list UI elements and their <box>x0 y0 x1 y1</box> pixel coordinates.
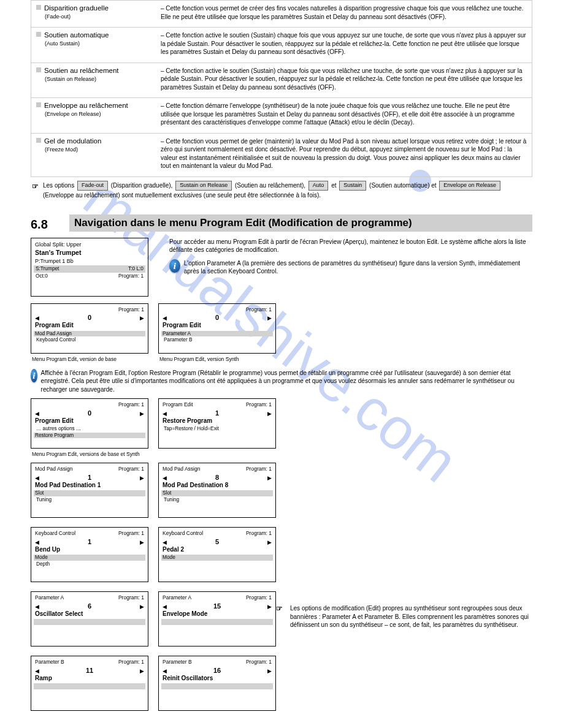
hand-icon: ☞ <box>32 181 40 192</box>
note-exclusive: ☞ Les options Fade-out (Disparition grad… <box>32 181 532 200</box>
note-parameters: ☞ Les options de modification (Edit) pro… <box>276 604 532 629</box>
panel-restore-confirm: Program EditProgram: 1 1 Restore Program… <box>158 398 276 449</box>
panel-program-edit-synth: Program: 1 0 Program Edit Parameter A Pa… <box>158 303 276 354</box>
table-row: Disparition graduelle (Fade-out) – Cette… <box>31 0 532 27</box>
table-row: Soutien automatique (Auto Sustain) – Cet… <box>31 27 532 63</box>
caption: Menu Program Edit, versions de base et S… <box>32 451 276 457</box>
feature-sub: (Fade-out) <box>45 13 155 20</box>
feature-desc: – Cette fonction vous permet de créer de… <box>158 1 532 27</box>
btn-sustain: Sustain <box>339 181 366 191</box>
caption: Menu Program Edit, version Synth <box>159 356 276 362</box>
info-restore: i Affichée à l'écran Program Edit, l'opt… <box>31 369 532 394</box>
table-row: Gel de modulation (Freeze Mod) – Cette f… <box>31 133 532 176</box>
panel-parama-osc: Parameter AProgram: 1 6 Oscillator Selec… <box>31 591 148 646</box>
panel-modpad-8: Mod Pad AssignProgram: 1 8 Mod Pad Desti… <box>158 463 276 518</box>
info-icon: i <box>31 369 37 382</box>
panel-kb-pedal2: Keyboard ControlProgram: 1 5 Pedal 2 Mod… <box>158 527 276 582</box>
btn-sustain-release: Sustain on Release <box>175 181 232 191</box>
section-header: 6.8 Navigation dans le menu Program Edit… <box>31 214 532 232</box>
table-row: Soutien au relâchement (Sustain on Relea… <box>31 63 532 98</box>
caption: Menu Program Edit, version de base <box>32 356 148 362</box>
panel-preview: Global Split: Upper Stan's Trumpet P:Tru… <box>31 238 148 297</box>
triangle-left-icon <box>35 314 39 322</box>
panel-program-edit-basic: Program: 1 0 Program Edit Mod Pad Assign… <box>31 303 148 354</box>
info-synth-note: i L'option Parameter A (la première des … <box>169 259 532 276</box>
panel-modpad-1: Mod Pad AssignProgram: 1 1 Mod Pad Desti… <box>31 463 148 518</box>
intro-paragraph: Pour accéder au menu Program Edit à part… <box>169 238 532 254</box>
panel-paramb-reinit: Parameter BProgram: 1 16 Reinit Oscillat… <box>158 656 276 711</box>
section-number: 6.8 <box>31 218 69 232</box>
info-icon: i <box>169 259 180 273</box>
triangle-right-icon <box>140 314 144 322</box>
table-row: Enveloppe au relâchement (Envelope on Re… <box>31 97 532 133</box>
btn-fadeout: Fade-out <box>77 181 108 191</box>
hand-icon: ☞ <box>276 604 285 613</box>
panel-parama-env: Parameter AProgram: 1 15 Envelope Mode <box>158 591 276 646</box>
feature-title: Disparition graduelle <box>44 4 109 12</box>
feature-table: Disparition graduelle (Fade-out) – Cette… <box>31 0 532 177</box>
btn-envelope-release: Envelope on Release <box>439 181 500 191</box>
panel-restore-program: Program: 1 0 Program Edit … autres optio… <box>31 398 148 449</box>
panel-kb-bendup: Keyboard ControlProgram: 1 1 Bend Up Mod… <box>31 527 148 582</box>
section-title: Navigation dans le menu Program Edit (Mo… <box>69 214 532 232</box>
panel-paramb-ramp: Parameter BProgram: 1 11 Ramp <box>31 656 148 711</box>
btn-auto: Auto <box>308 181 329 191</box>
